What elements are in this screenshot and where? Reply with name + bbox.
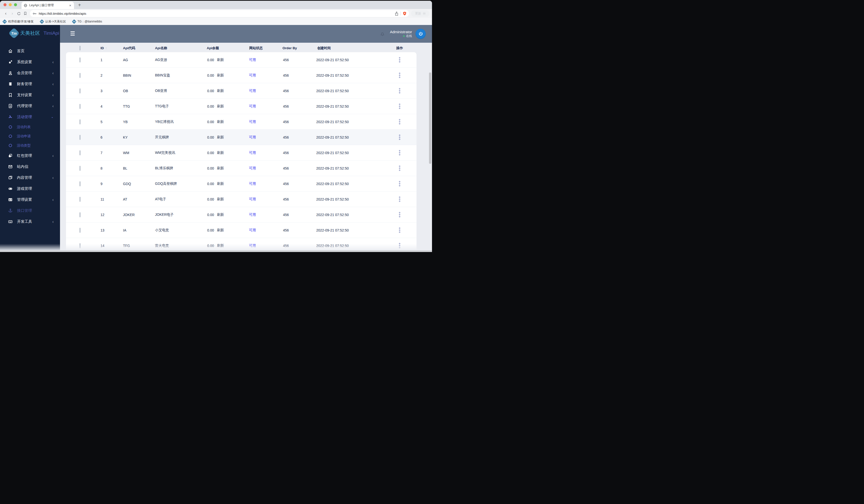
row-actions-menu-icon[interactable] [399, 135, 400, 140]
cell-api-name: 小艾电竞 [144, 228, 196, 233]
row-checkbox[interactable] [80, 58, 81, 62]
sidebar-item-messages[interactable]: 站内信 [0, 161, 60, 172]
user-info[interactable]: Administrator 在线 [390, 30, 412, 38]
browser-update-button[interactable]: 更新 [411, 10, 430, 17]
zoom-window-button[interactable] [14, 3, 17, 6]
back-button[interactable]: ‹ [2, 10, 9, 17]
sidebar-item-payment[interactable]: 支付设置 ‹ [0, 89, 60, 100]
row-checkbox[interactable] [80, 135, 81, 140]
sidebar-item-activity-apply[interactable]: 活动申请 [0, 132, 60, 141]
sidebar-item-members[interactable]: 会员管理 ‹ [0, 67, 60, 78]
row-actions-menu-icon[interactable] [399, 119, 400, 124]
sidebar-item-dev-tools[interactable]: 开发工具 ‹ [0, 216, 60, 227]
cell-created-at: 2022-09-21 07:52:50 [302, 73, 377, 77]
row-actions-menu-icon[interactable] [399, 150, 400, 155]
cell-balance: 0.00 [207, 182, 214, 186]
row-actions-menu-icon[interactable] [399, 88, 400, 94]
row-actions-menu-icon[interactable] [399, 243, 400, 248]
refresh-link[interactable]: 刷新 [217, 73, 224, 78]
refresh-link[interactable]: 刷新 [217, 104, 224, 109]
sidebar-item-label: 管理设置 [17, 197, 48, 202]
row-actions-menu-icon[interactable] [399, 212, 400, 217]
sidebar-item-activity-types[interactable]: 活动类型 [0, 141, 60, 150]
column-id[interactable]: ID [100, 46, 104, 50]
row-checkbox[interactable] [80, 212, 81, 217]
table-row: 2 BBIN BBIN宝盈 0.00 刷新 可用 456 2022-09-21 … [66, 67, 417, 83]
table-header: ID ↑ Api代码 Api名称 Api余额 网站状态 Order By 创建时… [66, 44, 417, 52]
table-row: 8 BL BL博乐棋牌 0.00 刷新 可用 456 2022-09-21 07… [66, 160, 417, 176]
avatar[interactable] [416, 29, 426, 39]
row-checkbox[interactable] [80, 197, 81, 202]
row-actions-menu-icon[interactable] [399, 104, 400, 109]
sidebar-item-activities[interactable]: 活动管理 ⌄ [0, 111, 60, 122]
row-actions-menu-icon[interactable] [399, 73, 400, 78]
new-tab-button[interactable]: + [76, 1, 83, 9]
minimize-window-button[interactable] [9, 3, 12, 6]
chevron-left-icon: ‹ [52, 219, 53, 224]
reload-button[interactable] [15, 10, 22, 17]
sidebar-item-activity-list[interactable]: 活动列表 [0, 122, 60, 132]
sidebar-item-finance[interactable]: 财务管理 ‹ [0, 78, 60, 89]
sidebar-item-games[interactable]: 游戏管理 [0, 183, 60, 194]
cell-created-at: 2022-09-21 07:52:50 [302, 166, 377, 170]
row-checkbox[interactable] [80, 228, 81, 233]
sidebar-item-api-management[interactable]: 接口管理 [0, 205, 60, 216]
refresh-link[interactable]: 刷新 [217, 89, 224, 93]
sidebar-item-agents[interactable]: 代理管理 ‹ [0, 100, 60, 111]
sidebar-item-red-packets[interactable]: 红包管理 ‹ [0, 150, 60, 161]
bookmark-item[interactable]: Tm TG：@tianmeibbs [72, 20, 102, 24]
main-pane: Administrator 在线 ID [60, 25, 432, 252]
sidebar-item-admin-settings[interactable]: 管理设置 ‹ [0, 194, 60, 205]
sidebar-item-system-settings[interactable]: 系统设置 ‹ [0, 57, 60, 67]
page-scrollbar[interactable] [429, 72, 431, 164]
refresh-link[interactable]: 刷新 [217, 120, 224, 124]
refresh-link[interactable]: 刷新 [217, 228, 224, 233]
row-checkbox[interactable] [80, 181, 81, 186]
url-text[interactable]: https://k8.timibbs.vip/timibbs/apis [39, 12, 395, 15]
share-icon[interactable] [395, 12, 398, 16]
browser-tab[interactable]: LeyApi | 接口管理 × [22, 2, 74, 9]
row-checkbox[interactable] [80, 166, 81, 171]
row-checkbox[interactable] [80, 243, 81, 248]
window-bottom-edge [0, 250, 432, 252]
row-actions-menu-icon[interactable] [399, 181, 400, 186]
bookmark-page-icon[interactable] [22, 10, 28, 17]
sidebar-item-content[interactable]: 内容管理 ‹ [0, 172, 60, 183]
row-checkbox[interactable] [80, 73, 81, 78]
row-actions-menu-icon[interactable] [399, 228, 400, 233]
envelope-icon [8, 164, 13, 169]
cell-balance: 0.00 [207, 166, 214, 170]
hamburger-menu-icon[interactable] [71, 32, 75, 36]
refresh-link[interactable]: 刷新 [217, 151, 224, 155]
tab-close-icon[interactable]: × [69, 4, 72, 7]
refresh-link[interactable]: 刷新 [217, 212, 224, 217]
bell-icon[interactable] [380, 31, 385, 36]
bookmark-item[interactable]: Tm 认准->天美社区 [40, 20, 66, 24]
row-actions-menu-icon[interactable] [399, 165, 400, 171]
refresh-link[interactable]: 刷新 [217, 166, 224, 171]
refresh-link[interactable]: 刷新 [217, 197, 224, 201]
address-bar[interactable]: https://k8.timibbs.vip/timibbs/apis [30, 10, 409, 17]
brave-shield-icon[interactable] [403, 12, 407, 16]
bookmark-item[interactable]: Tm 程序搭建/开发/修复 [3, 20, 34, 24]
row-checkbox[interactable] [80, 150, 81, 155]
row-actions-menu-icon[interactable] [399, 57, 400, 62]
row-actions-menu-icon[interactable] [399, 197, 400, 202]
sort-ascending-icon[interactable]: ↑ [106, 47, 107, 50]
close-window-button[interactable] [3, 3, 7, 6]
table-row: 7 WM WM完美视讯 0.00 刷新 可用 456 2022-09-21 07… [66, 145, 417, 160]
chevron-left-icon: ‹ [52, 82, 53, 86]
refresh-link[interactable]: 刷新 [217, 58, 224, 62]
site-permissions-key-icon[interactable] [33, 12, 37, 15]
refresh-link[interactable]: 刷新 [217, 135, 224, 139]
forward-button[interactable]: › [9, 10, 15, 17]
refresh-link[interactable]: 刷新 [217, 182, 224, 186]
row-checkbox[interactable] [80, 119, 81, 124]
table-row: 1 AG AG亚游 0.00 刷新 可用 456 2022-09-21 07:5… [66, 52, 417, 67]
refresh-link[interactable]: 刷新 [217, 244, 224, 248]
select-all-checkbox[interactable] [80, 46, 81, 50]
chevron-left-icon: ‹ [52, 93, 53, 97]
sidebar-item-home[interactable]: 首页 [0, 46, 60, 57]
row-checkbox[interactable] [80, 88, 81, 94]
row-checkbox[interactable] [80, 104, 81, 109]
